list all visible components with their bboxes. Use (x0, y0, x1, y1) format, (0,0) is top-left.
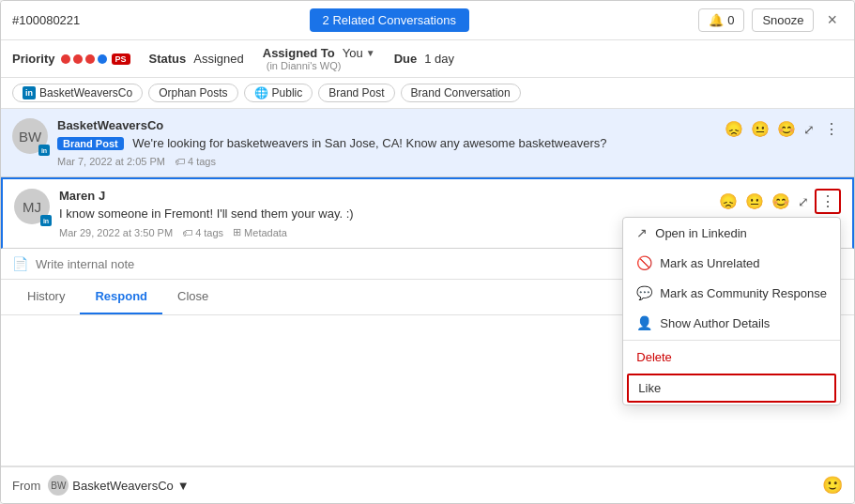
comment-react-sad-button[interactable]: 😞 (717, 191, 740, 212)
emoji-button[interactable]: 🙂 (822, 475, 843, 496)
metadata-link[interactable]: ⊞ Metadata (233, 226, 287, 238)
bell-button[interactable]: 🔔 0 (698, 8, 744, 32)
header-actions: 🔔 0 Snooze × (698, 8, 843, 32)
dot-3 (85, 54, 95, 64)
comment-date: Mar 29, 2022 at 3:50 PM (59, 227, 173, 238)
post-body: Brand Post We're looking for basketweave… (57, 136, 713, 150)
assigned-value: You ▼ (343, 46, 375, 60)
metadata-icon: ⊞ (233, 226, 241, 238)
ticket-id: #100080221 (12, 13, 80, 27)
due-value: 1 day (424, 52, 454, 66)
due-label: Due (394, 52, 418, 66)
dropdown-like[interactable]: Like (627, 374, 836, 403)
avatar-linkedin-badge: in (38, 145, 50, 156)
close-button[interactable]: × (821, 8, 843, 32)
dropdown-mark-unrelated[interactable]: 🚫 Mark as Unrelated (623, 248, 840, 278)
tag-label: Orphan Posts (159, 86, 227, 99)
comment-react-neutral-button[interactable]: 😐 (743, 191, 766, 212)
dot-2 (73, 54, 83, 64)
post-actions: 😞 😐 😊 ⤢ ⋮ (723, 118, 843, 140)
post-text: We're looking for basketweavers in San J… (132, 136, 606, 150)
unrelated-icon: 🚫 (636, 255, 652, 270)
globe-icon: 🌐 (254, 86, 268, 99)
comment-tags: 🏷 4 tags (182, 227, 223, 238)
tab-history[interactable]: History (12, 280, 80, 314)
tag-orphan-posts[interactable]: Orphan Posts (148, 84, 237, 102)
status-label: Status (149, 52, 187, 66)
dropdown-delete[interactable]: Delete (623, 343, 840, 372)
from-chevron-icon: ▼ (177, 479, 190, 493)
from-account-name: BasketWeaversCo (72, 479, 173, 493)
post-tags: 🏷 4 tags (175, 156, 216, 167)
priority-row: Priority PS Status Assigned Assigned To … (1, 40, 854, 78)
tag-label: Brand Post (328, 86, 384, 99)
more-options-button[interactable]: ⋮ (820, 118, 843, 140)
dropdown-item-label: Show Author Details (660, 316, 770, 330)
comment-react-happy-button[interactable]: 😊 (770, 191, 792, 212)
priority-dots: PS (61, 53, 130, 65)
linkedin-icon: in (23, 86, 36, 99)
tag-public[interactable]: 🌐 Public (244, 84, 313, 102)
tag-label: BasketWeaversCo (39, 86, 132, 99)
comment-expand-button[interactable]: ⤢ (796, 192, 811, 211)
community-icon: 💬 (636, 285, 652, 300)
dropdown-community-response[interactable]: 💬 Mark as Community Response (623, 278, 840, 308)
brand-post-badge: Brand Post (57, 137, 124, 150)
comment-meta: Mar 29, 2022 at 3:50 PM 🏷 4 tags ⊞ Metad… (59, 226, 708, 238)
note-icon: 📄 (12, 256, 28, 271)
tag-brand-conversation[interactable]: Brand Conversation (401, 84, 521, 102)
dot-4 (98, 54, 107, 64)
priority-label: Priority (12, 52, 55, 66)
post-date: Mar 7, 2022 at 2:05 PM (57, 156, 165, 167)
post-content: BasketWeaversCo Brand Post We're looking… (57, 118, 713, 167)
comment-avatar: MJ in (14, 189, 50, 224)
comment-more-button[interactable]: ⋮ (815, 189, 841, 214)
avatar-linkedin-badge: in (40, 215, 52, 226)
assigned-label: Assigned To (263, 46, 335, 60)
author-icon: 👤 (636, 315, 652, 330)
dropdown-item-label: Delete (636, 350, 672, 364)
dropdown-divider (623, 340, 840, 341)
bell-count: 0 (727, 13, 734, 27)
post-avatar: BW in (12, 118, 48, 154)
snooze-button[interactable]: Snooze (752, 8, 814, 32)
tag-label: Public (272, 86, 303, 99)
post-area: BW in BasketWeaversCo Brand Post We're l… (1, 109, 854, 177)
related-conversations-button[interactable]: 2 Related Conversations (310, 8, 469, 32)
post-meta: Mar 7, 2022 at 2:05 PM 🏷 4 tags (57, 156, 713, 167)
tag-basketweaversco[interactable]: in BasketWeaversCo (12, 84, 143, 102)
comment-actions: 😞 😐 😊 ⤢ ⋮ (717, 189, 841, 214)
avatar-initials: BW (19, 129, 41, 145)
dot-1 (61, 54, 70, 64)
dropdown-open-linkedin[interactable]: ↗ Open in Linkedin (623, 218, 840, 248)
modal-container: #100080221 2 Related Conversations 🔔 0 S… (0, 0, 855, 504)
from-account[interactable]: BW BasketWeaversCo ▼ (48, 475, 189, 496)
react-neutral-button[interactable]: 😐 (749, 118, 771, 140)
dropdown-item-label: Mark as Community Response (660, 286, 827, 300)
tab-respond[interactable]: Respond (80, 280, 162, 314)
from-row: From BW BasketWeaversCo ▼ 🙂 (1, 466, 854, 503)
modal-header: #100080221 2 Related Conversations 🔔 0 S… (1, 1, 854, 40)
tag-brand-post[interactable]: Brand Post (318, 84, 394, 102)
from-label: From (12, 479, 40, 493)
status-value: Assigned (193, 52, 243, 66)
tab-close[interactable]: Close (162, 280, 223, 314)
from-avatar: BW (48, 475, 69, 496)
dropdown-menu: ↗ Open in Linkedin 🚫 Mark as Unrelated 💬… (622, 217, 841, 405)
dropdown-author-details[interactable]: 👤 Show Author Details (623, 308, 840, 338)
dropdown-item-label: Like (638, 381, 661, 395)
react-happy-button[interactable]: 😊 (775, 118, 798, 140)
tags-row: in BasketWeaversCo Orphan Posts 🌐 Public… (1, 78, 854, 109)
expand-button[interactable]: ⤢ (802, 120, 817, 139)
open-linkedin-icon: ↗ (636, 225, 648, 240)
comment-content: Maren J I know someone in Fremont! I'll … (59, 189, 708, 238)
post-author: BasketWeaversCo (57, 118, 713, 132)
react-sad-button[interactable]: 😞 (723, 118, 745, 140)
ps-badge: PS (112, 53, 130, 65)
bell-icon: 🔔 (709, 13, 724, 27)
comment-text: I know someone in Fremont! I'll send the… (59, 206, 708, 221)
dropdown-item-label: Open in Linkedin (655, 226, 747, 240)
comment-author: Maren J (59, 189, 708, 203)
assigned-chevron[interactable]: ▼ (366, 48, 375, 58)
avatar-initials: MJ (23, 199, 41, 215)
